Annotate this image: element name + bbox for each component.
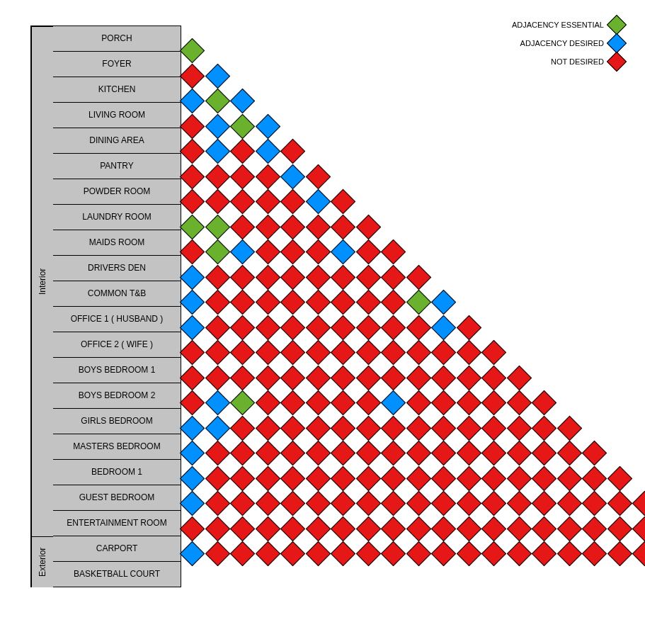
matrix-cell: [607, 465, 632, 490]
matrix-cell: [230, 441, 255, 465]
matrix-cell: [180, 38, 205, 63]
matrix-cell: [305, 415, 330, 440]
matrix-row: [183, 269, 435, 286]
matrix-cell: [180, 541, 205, 566]
matrix-cell: [456, 516, 481, 541]
matrix-cell: [431, 315, 456, 339]
matrix-cell: [180, 139, 205, 164]
matrix-cell: [230, 139, 255, 164]
room-row: PORCH: [53, 26, 181, 52]
matrix-cell: [180, 164, 205, 188]
matrix-cell: [481, 441, 506, 465]
matrix-cell: [381, 491, 406, 516]
matrix-cell: [506, 491, 531, 516]
matrix-cell: [180, 465, 205, 490]
legend-desired-label: ADJACENCY DESIRED: [520, 39, 604, 47]
matrix-cell: [355, 465, 380, 490]
matrix-cell: [205, 390, 229, 415]
matrix-cell: [205, 164, 229, 188]
matrix-cell: [532, 541, 556, 566]
matrix-row: [183, 419, 586, 437]
matrix-cell: [230, 239, 255, 264]
matrix-cell: [381, 441, 406, 465]
matrix-cell: [305, 315, 330, 339]
matrix-cell: [230, 214, 255, 239]
matrix-cell: [230, 290, 255, 315]
matrix-cell: [331, 189, 355, 214]
legend-essential: ADJACENCY ESSENTIAL: [512, 16, 624, 34]
matrix-cell: [255, 340, 280, 365]
matrix-cell: [280, 390, 305, 415]
matrix-cell: [556, 441, 581, 465]
matrix-row: [183, 470, 636, 487]
matrix-row: [183, 545, 645, 563]
matrix-cell: [305, 365, 330, 390]
matrix-cell: [280, 164, 305, 188]
matrix-cell: [406, 315, 430, 339]
matrix-cell: [180, 239, 205, 264]
matrix-cell: [456, 365, 481, 390]
room-row: OFFICE 1 ( HUSBAND ): [53, 307, 181, 332]
room-row: BEDROOM 1: [53, 460, 181, 485]
legend-not-label: NOT DESIRED: [551, 57, 604, 66]
matrix-cell: [456, 415, 481, 440]
matrix-cell: [255, 189, 280, 214]
matrix-cell: [607, 491, 632, 516]
matrix-cell: [305, 214, 330, 239]
room-group-label: Exterior: [31, 536, 53, 587]
matrix-row: [183, 168, 334, 186]
matrix-cell: [331, 390, 355, 415]
matrix-cell: [205, 465, 229, 490]
matrix-cell: [381, 264, 406, 289]
matrix-cell: [205, 264, 229, 289]
matrix-row: [183, 92, 259, 110]
matrix-cell: [431, 541, 456, 566]
matrix-cell: [381, 516, 406, 541]
room-group: ExteriorCARPORTBASKETBALL COURT: [31, 536, 181, 587]
matrix-cell: [331, 465, 355, 490]
matrix-cell: [180, 290, 205, 315]
matrix-cell: [280, 415, 305, 440]
matrix-cell: [481, 340, 506, 365]
matrix-cell: [406, 415, 430, 440]
matrix-cell: [305, 516, 330, 541]
matrix-cell: [355, 491, 380, 516]
matrix-row: [183, 520, 645, 538]
matrix-cell: [230, 541, 255, 566]
matrix-cell: [305, 340, 330, 365]
matrix-cell: [180, 415, 205, 440]
matrix-cell: [205, 415, 229, 440]
matrix-cell: [355, 390, 380, 415]
matrix-cell: [305, 189, 330, 214]
room-row: LIVING ROOM: [53, 103, 181, 128]
matrix-row: [183, 394, 561, 412]
matrix-cell: [431, 390, 456, 415]
matrix-cell: [305, 390, 330, 415]
matrix-cell: [481, 491, 506, 516]
room-group-label: Interior: [31, 26, 53, 536]
room-row: COMMON T&B: [53, 281, 181, 307]
matrix-row: [183, 218, 384, 236]
matrix-cell: [381, 340, 406, 365]
matrix-cell: [331, 264, 355, 289]
room-row: LAUNDRY ROOM: [53, 205, 181, 230]
matrix-cell: [280, 290, 305, 315]
room-row: CARPORT: [53, 536, 181, 562]
matrix-row: [183, 118, 284, 135]
matrix-cell: [230, 415, 255, 440]
matrix-cell: [230, 113, 255, 138]
matrix-cell: [556, 465, 581, 490]
matrix-cell: [331, 239, 355, 264]
matrix-cell: [456, 315, 481, 339]
room-row: GIRLS BEDROOM: [53, 409, 181, 434]
matrix-cell: [180, 189, 205, 214]
matrix-cell: [381, 390, 406, 415]
matrix-cell: [481, 541, 506, 566]
matrix-cell: [456, 465, 481, 490]
matrix-cell: [255, 415, 280, 440]
matrix-cell: [255, 441, 280, 465]
matrix-cell: [280, 214, 305, 239]
matrix-cell: [205, 189, 229, 214]
matrix-cell: [582, 541, 607, 566]
matrix-cell: [280, 139, 305, 164]
